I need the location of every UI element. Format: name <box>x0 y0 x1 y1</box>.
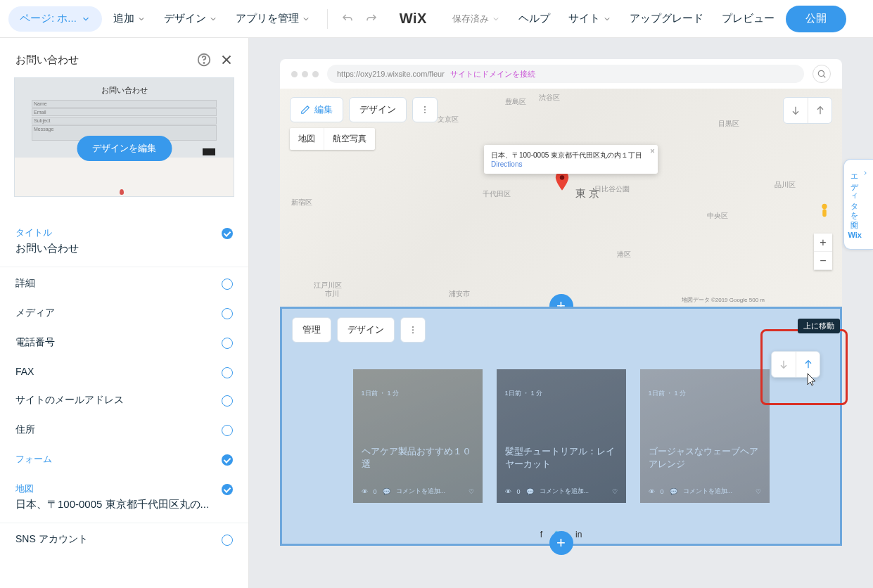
preview-submit <box>203 148 215 155</box>
sidebar-header: お問い合わせ <box>0 38 248 77</box>
move-up-button[interactable] <box>808 98 831 123</box>
field-label: FAX <box>15 366 233 377</box>
zoom-in-button[interactable]: + <box>814 234 832 252</box>
map-section[interactable]: 新宿区豊島区目黒区中央区文京区台東区江戸川区渋谷区港区品川区千代田区市川浦安市日… <box>280 89 842 307</box>
sidebar-field[interactable]: SNS アカウント <box>0 525 248 554</box>
menu-apps[interactable]: アプリを管理 <box>229 6 317 32</box>
design-button[interactable]: デザイン <box>337 317 395 343</box>
wix-logo: WiX <box>385 11 441 27</box>
chevron-down-icon <box>209 15 217 23</box>
pegman-icon[interactable] <box>817 203 832 222</box>
menu-design[interactable]: デザイン <box>157 6 224 32</box>
design-button[interactable]: デザイン <box>349 97 407 122</box>
page-dropdown[interactable]: ページ: ホ... <box>8 6 102 32</box>
manage-button[interactable]: 管理 <box>292 317 331 343</box>
linkedin-icon[interactable]: in <box>575 530 582 539</box>
sidebar-field[interactable]: メディア <box>0 298 248 328</box>
radio-off-icon[interactable] <box>222 279 233 290</box>
svg-point-11 <box>560 175 564 179</box>
map-area-label: 千代田区 <box>483 189 511 199</box>
edit-button[interactable]: 編集 <box>290 97 343 122</box>
menu-site[interactable]: サイト <box>561 6 618 32</box>
radio-off-icon[interactable] <box>222 338 233 349</box>
svg-point-12 <box>822 204 827 209</box>
sidebar-field[interactable]: FAX <box>0 357 248 385</box>
field-label: 地図 <box>15 482 233 495</box>
page-dropdown-label: ページ: ホ... <box>20 12 77 25</box>
connect-domain-link[interactable]: サイトにドメインを接続 <box>450 69 535 79</box>
chevron-down-icon <box>137 15 146 23</box>
radio-off-icon[interactable] <box>222 535 233 546</box>
radio-off-icon[interactable] <box>222 425 233 436</box>
map-area-label: 中央区 <box>707 211 728 221</box>
map-type-satellite[interactable]: 航空写真 <box>324 128 375 150</box>
svg-point-4 <box>818 70 824 76</box>
pencil-icon <box>300 105 310 115</box>
menu-preview[interactable]: プレビュー <box>715 6 782 32</box>
facebook-icon[interactable]: f <box>540 530 542 539</box>
field-label: SNS アカウント <box>15 533 233 546</box>
sidebar-field[interactable]: フォーム <box>0 445 248 474</box>
sidebar-field[interactable]: 詳細 <box>0 269 248 298</box>
directions-link[interactable]: Directions <box>491 160 522 168</box>
svg-line-5 <box>823 75 825 77</box>
chevron-down-icon <box>492 15 500 23</box>
sidebar-field[interactable]: タイトルお問い合わせ <box>0 218 248 267</box>
main: お問い合わせ お問い合わせ Name Email Subject Message… <box>0 38 873 588</box>
dots-vertical-icon <box>408 325 418 335</box>
close-icon[interactable]: × <box>650 146 655 156</box>
redo-button[interactable] <box>362 9 381 29</box>
publish-button[interactable]: 公開 <box>786 6 846 32</box>
radio-off-icon[interactable] <box>222 308 233 319</box>
add-section-button[interactable]: + <box>549 531 573 555</box>
more-button[interactable] <box>400 317 426 343</box>
search-icon[interactable] <box>813 65 831 83</box>
menu-add[interactable]: 追加 <box>106 6 153 32</box>
chevron-right-icon <box>862 170 869 177</box>
checkmark-icon[interactable] <box>222 228 233 239</box>
sidebar-field[interactable]: 地図日本、〒100-0005 東京都千代田区丸の... <box>0 474 248 523</box>
blog-section[interactable]: 管理 デザイン 1日前 ・ 1 分ヘアケア製品おすすめ１０選👁0💬コメントを追加… <box>280 307 842 546</box>
sidebar-field[interactable]: 電話番号 <box>0 328 248 357</box>
field-label: タイトル <box>15 226 233 239</box>
address-bar[interactable]: https://oxy219.wixsite.com/fleur サイトにドメイ… <box>327 65 804 83</box>
svg-point-15 <box>412 329 414 331</box>
canvas-inner: https://oxy219.wixsite.com/fleur サイトにドメイ… <box>249 38 873 588</box>
edit-design-button[interactable]: デザインを編集 <box>77 136 172 161</box>
menu-help[interactable]: ヘルプ <box>511 6 557 32</box>
open-editor-tab[interactable]: エディタを開く Wix <box>843 159 873 250</box>
radio-off-icon[interactable] <box>222 367 233 378</box>
chevron-down-icon <box>81 14 91 24</box>
sidebar-field[interactable]: サイトのメールアドレス <box>0 385 248 415</box>
field-label: フォーム <box>15 453 233 466</box>
top-bar: ページ: ホ... 追加 デザイン アプリを管理 WiX 保存済み ヘルプ サイ… <box>0 0 873 38</box>
map-area-label: 品川区 <box>775 180 796 190</box>
map-area-label: 港区 <box>617 250 631 260</box>
separator <box>327 9 328 29</box>
more-button[interactable] <box>412 97 438 122</box>
preview-field: Email <box>32 108 217 116</box>
preview-map <box>15 158 234 196</box>
map-area-label: 市川 <box>325 289 339 299</box>
field-label: サイトのメールアドレス <box>15 394 233 407</box>
chevron-down-icon <box>302 15 310 23</box>
checkmark-icon[interactable] <box>222 454 233 466</box>
checkmark-icon[interactable] <box>222 484 233 495</box>
map-type-map[interactable]: 地図 <box>290 128 324 150</box>
save-status[interactable]: 保存済み <box>445 6 507 32</box>
close-icon[interactable] <box>219 52 234 68</box>
map-area-label: 浦安市 <box>449 289 470 299</box>
menu-upgrade[interactable]: アップグレード <box>623 6 710 32</box>
sidebar-field[interactable]: 住所 <box>0 415 248 445</box>
map-info-window: × 日本、〒100-0005 東京都千代田区丸の内１丁目 Directions <box>484 145 658 174</box>
radio-off-icon[interactable] <box>222 395 233 407</box>
undo-button[interactable] <box>338 9 357 29</box>
section-toolbar: 管理 デザイン <box>292 317 426 343</box>
arrow-up-icon <box>815 105 826 116</box>
window-dots <box>291 71 319 77</box>
zoom-out-button[interactable]: − <box>814 252 832 270</box>
help-icon[interactable] <box>196 52 212 68</box>
map-area-label: 豊島区 <box>505 97 526 107</box>
svg-point-1 <box>203 63 204 63</box>
move-down-button[interactable] <box>784 98 808 123</box>
